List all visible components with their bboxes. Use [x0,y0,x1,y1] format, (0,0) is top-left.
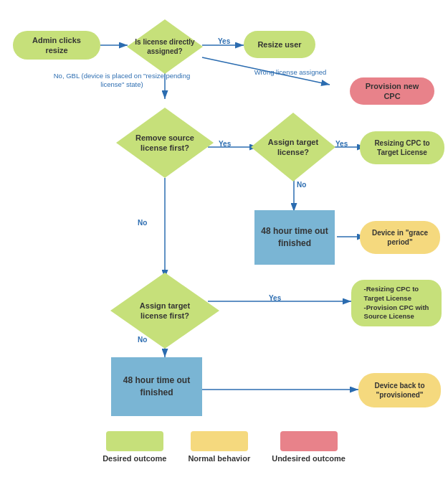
legend-desired: Desired outcome [103,431,166,463]
provision-new-cpc-label: Provision new CPC [357,81,427,102]
48hr-bottom-label: 48 hour time out finished [123,374,190,399]
legend-normal-box [191,431,248,451]
no3-label: No [297,181,306,189]
provision-new-cpc-node: Provision new CPC [350,77,434,105]
yes4-label: Yes [269,294,281,302]
device-provisioned-label: Device back to "provisioned" [374,381,424,400]
no-gbl-label: No, GBL (device is placed on "resize pen… [54,72,191,88]
resizing-cpc-top-node: Resizing CPC to Target License [360,131,444,164]
resize-user-node: Resize user [244,31,315,58]
resizing-provision-label: -Resizing CPC to Target License -Provisi… [364,285,429,321]
no-gbl-note: No, GBL (device is placed on "resize pen… [50,72,194,90]
assign-target-bottom-label: Assign target license first? [140,301,190,321]
yes2-label: Yes [219,140,231,148]
no2-label: No [138,219,147,227]
wrong-license-label: Wrong license assigned [254,68,327,76]
legend-undesired: Undesired outcome [272,431,345,463]
wrong-license-note: Wrong license assigned [240,68,340,77]
yes3-label: Yes [335,140,348,148]
48hr-top-node: 48 hour time out finished [254,210,335,265]
resize-user-label: Resize user [257,39,301,50]
48hr-top-label: 48 hour time out finished [261,225,328,250]
resizing-provision-node: -Resizing CPC to Target License -Provisi… [351,280,442,326]
48hr-bottom-node: 48 hour time out finished [111,357,202,416]
is-directly-assigned-label: Is license directly assigned? [135,37,194,56]
device-grace-label: Device in "grace period" [372,228,428,247]
no4-label: No [138,336,147,344]
legend-undesired-box [280,431,338,451]
device-grace-node: Device in "grace period" [360,221,440,254]
legend-desired-label: Desired outcome [103,454,166,463]
legend-normal-label: Normal behavior [188,454,250,463]
yes1-label: Yes [218,37,230,45]
admin-clicks-resize-node: Admin clicks resize [13,31,100,60]
legend-desired-box [106,431,163,451]
admin-clicks-label: Admin clicks resize [20,35,93,56]
legend: Desired outcome Normal behavior Undesire… [0,431,448,463]
remove-source-label: Remove source license first? [135,133,194,154]
assign-target-top-label: Assign target license? [268,137,318,158]
resizing-cpc-top-label: Resizing CPC to Target License [374,138,429,157]
device-provisioned-node: Device back to "provisioned" [358,373,441,407]
legend-undesired-label: Undesired outcome [272,454,345,463]
legend-normal: Normal behavior [188,431,250,463]
